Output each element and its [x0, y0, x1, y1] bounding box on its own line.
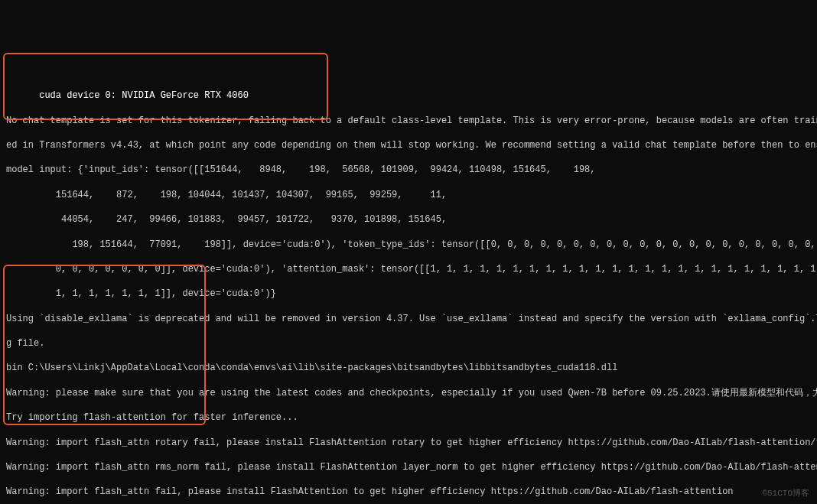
watermark-label: ©51CTO博客 [762, 488, 809, 499]
terminal-line: g file. [6, 337, 811, 350]
terminal-line: Warning: import flash_attn rms_norm fail… [6, 461, 811, 473]
terminal-line: cuda device 0: NVIDIA GeForce RTX 4060 [6, 89, 811, 102]
terminal-line: 151644, 872, 198, 104044, 101437, 104307… [6, 189, 811, 201]
terminal-line: 0, 0, 0, 0, 0, 0, 0]], device='cuda:0'),… [6, 263, 811, 275]
terminal-line: Warning: import flash_attn rotary fail, … [6, 437, 811, 449]
terminal-line: bin C:\Users\Linkj\AppData\Local\conda\c… [6, 362, 811, 374]
terminal-line: model input: {'input_ids': tensor([[1516… [6, 164, 811, 176]
terminal-line: Warning: please make sure that you are u… [6, 387, 811, 399]
terminal-line: ed in Transformers v4.43, at which point… [6, 139, 811, 151]
highlight-box-model-input [3, 53, 328, 120]
terminal-line: Warning: import flash_attn fail, please … [6, 486, 811, 498]
terminal-line: 44054, 247, 99466, 101883, 99457, 101722… [6, 213, 811, 226]
terminal-line: Try importing flash-attention for faster… [6, 411, 811, 424]
terminal-line: Using `disable_exllama` is deprecated an… [6, 313, 811, 325]
terminal-line: 1, 1, 1, 1, 1, 1, 1]], device='cuda:0')} [6, 288, 811, 300]
terminal-line: 198, 151644, 77091, 198]], device='cuda:… [6, 239, 811, 251]
terminal-line: No chat template is set for this tokeniz… [6, 115, 811, 127]
